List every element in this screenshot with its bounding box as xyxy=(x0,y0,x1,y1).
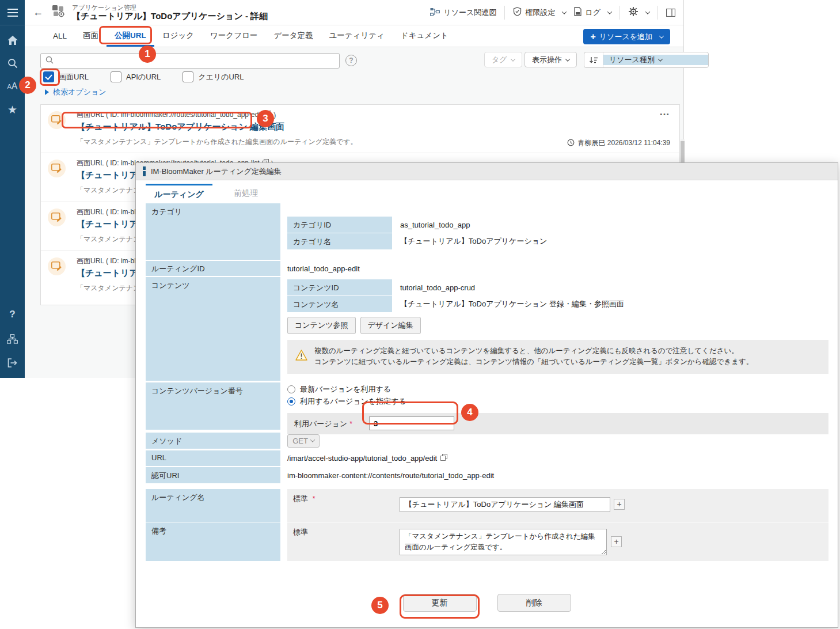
search-options-link[interactable]: 検索オプション xyxy=(45,87,107,97)
routing-id-value: tutorial_todo_app-edit xyxy=(287,261,828,276)
resource-card: 画面URL ( ID: im-bloommaker://routes/tutor… xyxy=(41,105,679,153)
back-arrow-icon[interactable]: ← xyxy=(33,6,43,18)
font-size-icon[interactable]: AA xyxy=(6,79,20,93)
favorites-star-icon[interactable]: ★ xyxy=(6,103,20,116)
help-icon[interactable]: ? xyxy=(6,308,20,321)
log-button[interactable]: ログ xyxy=(574,7,611,18)
tag-filter-button[interactable]: タグ xyxy=(484,52,522,67)
design-edit-button[interactable]: デザイン編集 xyxy=(360,317,421,334)
standard-label: 標準 xyxy=(293,528,308,536)
method-row-label: メソッド xyxy=(146,433,280,449)
settings-gear-button[interactable] xyxy=(628,6,649,18)
tab-preprocess[interactable]: 前処理 xyxy=(212,184,279,203)
screen-url-checkbox-label[interactable]: 画面URL xyxy=(59,72,89,82)
auth-uri-value: im-bloommaker-content://contents/route/t… xyxy=(287,467,828,483)
logout-icon[interactable] xyxy=(6,356,20,370)
routing-name-input[interactable] xyxy=(400,497,610,512)
permission-settings-button[interactable]: 権限設定 xyxy=(513,7,566,18)
content-name-value: 【チュートリアル】ToDoアプリケーション 登録・編集・参照画面 xyxy=(392,296,632,312)
screen-url-checkbox[interactable] xyxy=(43,71,54,82)
chevron-down-icon xyxy=(510,56,515,61)
warning-icon xyxy=(295,350,307,364)
content-reference-button[interactable]: コンテンツ参照 xyxy=(287,317,356,334)
more-menu-icon[interactable]: … xyxy=(659,106,670,118)
category-id-value: as_tutorial_todo_app xyxy=(392,217,478,233)
chevron-down-icon xyxy=(658,56,663,61)
api-url-checkbox-label[interactable]: APIのURL xyxy=(126,72,161,82)
routing-form: カテゴリ カテゴリID as_tutorial_todo_app カテゴリ名 【… xyxy=(146,203,828,562)
search-bar xyxy=(40,53,340,69)
warning-line-1: 複数のルーティング定義と紐づいているコンテンツを編集すると、他のルーティング定義… xyxy=(314,347,739,355)
url-value: /imart/accel-studio-app/tutorial_todo_ap… xyxy=(287,454,437,463)
tab-screen[interactable]: 画面 xyxy=(75,25,107,47)
sitemap-icon[interactable] xyxy=(6,332,20,346)
specify-version-radio-label[interactable]: 利用するバージョンを指定する xyxy=(300,396,406,407)
home-icon[interactable] xyxy=(6,33,20,47)
tab-document[interactable]: ドキュメント xyxy=(393,25,457,47)
required-asterisk: * xyxy=(313,495,316,503)
standard-label: 標準 xyxy=(293,494,308,503)
content-name-label: コンテンツ名 xyxy=(287,296,392,312)
tab-data-definition[interactable]: データ定義 xyxy=(265,25,321,47)
log-document-icon xyxy=(574,7,581,18)
hamburger-menu-icon[interactable] xyxy=(0,0,25,25)
search-icon[interactable] xyxy=(6,56,20,70)
search-input[interactable] xyxy=(57,56,335,65)
latest-version-radio[interactable] xyxy=(287,385,295,393)
tab-all[interactable]: ALL xyxy=(45,26,75,46)
note-textarea[interactable]: 「マスタメンテナンス」テンプレートから作成された編集画面のルーティング定義です。 xyxy=(400,529,607,555)
chevron-down-icon xyxy=(310,437,315,442)
tab-public-url[interactable]: 公開URL xyxy=(107,25,154,47)
resource-map-button[interactable]: リソース関連図 xyxy=(430,7,496,18)
sort-descending-icon xyxy=(584,52,603,67)
annotation-badge-4: 4 xyxy=(461,404,478,421)
tab-routing[interactable]: ルーティング xyxy=(146,184,212,203)
content-id-value: tutorial_todo_app-crud xyxy=(392,279,483,295)
category-id-label: カテゴリID xyxy=(287,217,392,233)
history-clock-icon xyxy=(567,139,575,148)
routing-id-label: ルーティングID xyxy=(146,261,280,276)
card-title-link[interactable]: 【チュートリアル】ToDoアプリケーション 編集画面 xyxy=(77,122,672,132)
screen-edit-icon xyxy=(48,209,66,226)
chevron-down-icon xyxy=(645,9,650,14)
add-locale-icon[interactable]: + xyxy=(611,536,622,547)
tab-utility[interactable]: ユーティリティ xyxy=(321,25,392,47)
dialog-tabs: ルーティング 前処理 xyxy=(146,184,279,203)
search-help-icon[interactable]: ? xyxy=(345,55,357,66)
routing-edit-dialog: IM-BloomMaker ルーティング定義編集 ルーティング 前処理 カテゴリ… xyxy=(135,162,838,628)
content-row-label: コンテンツ xyxy=(146,277,280,381)
add-locale-icon[interactable]: + xyxy=(614,499,625,510)
content-version-row-label: コンテンツバージョン番号 xyxy=(146,382,280,430)
tab-logic[interactable]: ロジック xyxy=(154,25,202,47)
breadcrumb: アプリケーション管理 xyxy=(72,4,268,12)
latest-version-radio-label[interactable]: 最新バージョンを利用する xyxy=(300,384,391,395)
url-row-label: URL xyxy=(146,450,280,466)
annotation-badge-2: 2 xyxy=(19,77,36,94)
chevron-down-icon xyxy=(562,9,567,14)
content-id-label: コンテンツID xyxy=(287,279,392,295)
dialog-header: IM-BloomMaker ルーティング定義編集 xyxy=(136,163,838,180)
card-type-line: 画面URL ( ID: im-bloommaker://routes/tutor… xyxy=(77,110,262,120)
resource-map-icon xyxy=(430,7,440,18)
category-name-value: 【チュートリアル】ToDoアプリケーション xyxy=(392,233,555,249)
sort-resource-type-control[interactable]: リソース種別 xyxy=(584,52,709,68)
delete-button[interactable]: 削除 xyxy=(497,594,571,612)
chevron-down-icon xyxy=(607,9,612,14)
use-version-input[interactable] xyxy=(369,416,454,430)
tab-workflow[interactable]: ワークフロー xyxy=(202,25,265,47)
side-panel-toggle-icon[interactable] xyxy=(666,9,675,17)
display-operations-button[interactable]: 表示操作 xyxy=(524,52,577,67)
add-resource-button[interactable]: + リソースを追加 xyxy=(583,29,670,44)
copy-icon[interactable] xyxy=(440,454,447,463)
annotation-badge-1: 1 xyxy=(139,46,156,63)
resource-tab-bar: ALL 画面 公開URL ロジック ワークフロー データ定義 ユーティリティ ド… xyxy=(25,25,683,47)
chevron-down-icon xyxy=(565,56,570,61)
global-sidebar: AA ★ ? xyxy=(0,0,25,378)
api-url-checkbox[interactable] xyxy=(111,71,121,82)
method-select[interactable]: GET xyxy=(287,434,320,448)
query-url-checkbox-label[interactable]: クエリのURL xyxy=(198,72,244,82)
query-url-checkbox[interactable] xyxy=(183,71,193,82)
plus-icon: + xyxy=(590,32,595,42)
specify-version-radio[interactable] xyxy=(287,397,295,406)
update-button[interactable]: 更新 xyxy=(403,594,477,612)
